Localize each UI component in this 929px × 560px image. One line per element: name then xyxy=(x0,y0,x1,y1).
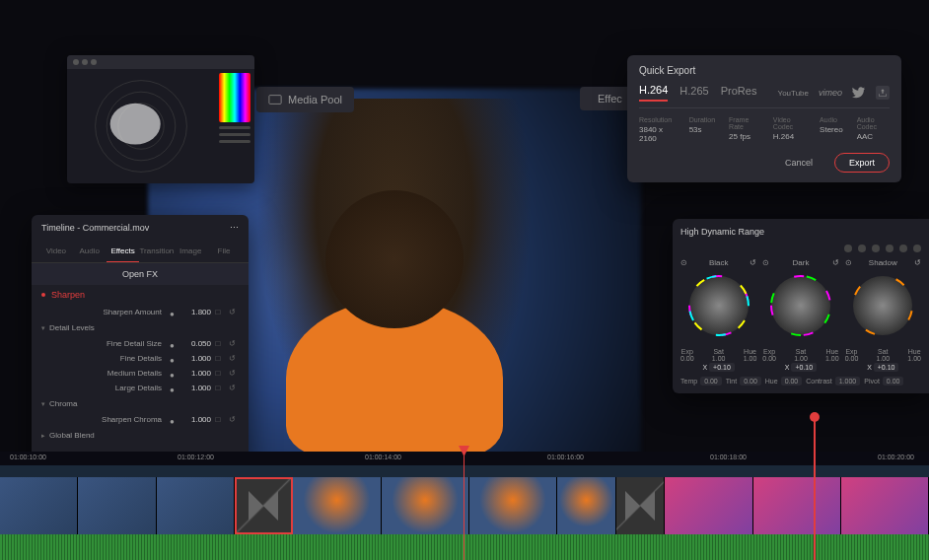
clip[interactable] xyxy=(469,477,557,534)
fx-tab-image[interactable]: Image xyxy=(174,241,207,262)
export-tab-h264[interactable]: H.264 xyxy=(639,84,668,102)
timeline-track-marker[interactable] xyxy=(0,465,929,477)
param-medium-details[interactable]: Medium Details●1.000□↺ xyxy=(32,366,249,381)
color-picker[interactable] xyxy=(215,69,254,183)
export-tab-prores[interactable]: ProRes xyxy=(721,85,757,101)
export-tab-h265[interactable]: H.265 xyxy=(679,85,708,101)
group-global-blend[interactable]: ▸Global Blend xyxy=(32,427,249,444)
param-sharpen-chroma[interactable]: Sharpen Chroma●1.000□↺ xyxy=(32,412,249,427)
effects-button[interactable]: Effec xyxy=(580,87,634,110)
fx-tab-video[interactable]: Video xyxy=(39,241,73,262)
effects-panel: Timeline - Commercial.mov⋯ Video Audio E… xyxy=(32,215,249,467)
hdr-hue[interactable]: Hue0.00 xyxy=(765,377,802,385)
export-acodec: Audio CodecAAC xyxy=(857,116,890,143)
group-chroma[interactable]: ▾Chroma xyxy=(32,395,249,412)
export-audio: AudioStereo xyxy=(820,116,843,143)
svg-rect-0 xyxy=(269,96,281,105)
group-detail-levels[interactable]: ▾Detail Levels xyxy=(32,319,249,336)
fx-tab-effects[interactable]: Effects xyxy=(107,241,140,262)
param-fine-detail-size[interactable]: Fine Detail Size●0.050□↺ xyxy=(32,336,249,351)
timeline-name: Timeline - Commercial.mov xyxy=(41,223,149,233)
export-duration: Duration53s xyxy=(689,116,715,143)
hdr-panel: High Dynamic Range ⊙Black↺ Exp0.00Sat1.0… xyxy=(673,219,929,393)
transition-icon xyxy=(249,491,278,521)
media-pool-label: Media Pool xyxy=(288,94,342,105)
timeline-tick: 01:00:14:00 xyxy=(365,454,401,460)
export-youtube[interactable]: YouTube xyxy=(778,89,809,98)
param-sharpen-amount[interactable]: Sharpen Amount●1.800□↺ xyxy=(32,305,249,319)
clip[interactable] xyxy=(157,477,235,534)
viewer-portrait xyxy=(256,99,533,463)
timeline-tick: 01:00:12:00 xyxy=(178,454,214,460)
hdr-contrast[interactable]: Contrast1.000 xyxy=(806,377,860,385)
hdr-temp[interactable]: Temp0.00 xyxy=(680,377,722,385)
timeline-tick: 01:00:18:00 xyxy=(710,454,747,460)
clip[interactable] xyxy=(665,477,752,534)
param-large-details[interactable]: Large Details●1.000□↺ xyxy=(32,381,249,395)
export-vimeo[interactable]: vimeo xyxy=(819,88,842,98)
clip-transition[interactable] xyxy=(616,477,666,534)
cancel-button[interactable]: Cancel xyxy=(771,153,826,173)
param-fine-details[interactable]: Fine Details●1.000□↺ xyxy=(32,351,249,366)
hdr-wheel-black[interactable]: ⊙Black↺ Exp0.00Sat1.00Hue1.00 X +0.10 xyxy=(680,258,756,371)
vectorscope-panel xyxy=(67,55,254,183)
timeline-tick: 01:00:10:00 xyxy=(10,454,46,460)
timeline-audio-track[interactable] xyxy=(0,534,929,560)
hdr-title: High Dynamic Range xyxy=(680,227,921,237)
openfx-header: Open FX xyxy=(32,263,249,285)
hdr-tint[interactable]: Tint0.00 xyxy=(726,377,761,385)
clip[interactable] xyxy=(0,477,78,534)
clip[interactable] xyxy=(78,477,156,534)
export-resolution: Resolution3840 x 2160 xyxy=(639,116,676,143)
quick-export-panel: Quick Export H.264 H.265 ProRes YouTube … xyxy=(627,55,901,182)
fx-tab-transition[interactable]: Transition xyxy=(139,241,174,262)
panel-menu-icon[interactable]: ⋯ xyxy=(230,223,239,233)
hdr-zone-dots[interactable] xyxy=(680,245,921,252)
export-vcodec: Video CodecH.264 xyxy=(773,116,806,143)
clip[interactable] xyxy=(293,477,381,534)
timeline-video-track[interactable] xyxy=(0,477,929,534)
clip[interactable] xyxy=(841,477,929,534)
fx-tab-audio[interactable]: Audio xyxy=(73,241,107,262)
svg-point-4 xyxy=(110,104,161,145)
hdr-wheel-dark[interactable]: ⊙Dark↺ Exp0.00Sat1.00Hue1.00 X +0.10 xyxy=(762,258,838,371)
timeline-tick: 01:00:16:00 xyxy=(547,454,584,460)
export-button[interactable]: Export xyxy=(834,153,890,173)
export-framerate: Frame Rate25 fps xyxy=(729,116,759,143)
timeline[interactable]: 01:00:10:00 01:00:12:00 01:00:14:00 01:0… xyxy=(0,452,929,560)
timeline-tick: 01:00:20:00 xyxy=(878,454,914,460)
media-pool-button[interactable]: Media Pool xyxy=(256,87,354,112)
media-pool-icon xyxy=(268,93,282,106)
twitter-icon[interactable] xyxy=(852,86,866,100)
svg-point-9 xyxy=(771,276,830,335)
clip[interactable] xyxy=(753,477,841,534)
effects-label: Effec xyxy=(598,93,622,105)
vectorscope-wheel[interactable] xyxy=(67,69,215,183)
hdr-pivot[interactable]: Pivot0.00 xyxy=(864,377,903,385)
marker[interactable] xyxy=(814,420,816,560)
hdr-wheel-shadow[interactable]: ⊙Shadow↺ Exp0.00Sat1.00Hue1.00 X +0.10 xyxy=(845,258,921,371)
clip[interactable] xyxy=(557,477,616,534)
clip[interactable] xyxy=(382,477,469,534)
quick-export-title: Quick Export xyxy=(639,65,890,76)
fx-tab-file[interactable]: File xyxy=(207,241,241,262)
transition-icon xyxy=(625,491,655,521)
fx-sharpen[interactable]: Sharpen xyxy=(32,285,249,305)
share-icon[interactable] xyxy=(876,86,890,100)
clip-transition[interactable] xyxy=(235,477,294,534)
playhead[interactable] xyxy=(464,452,464,560)
vectorscope-header[interactable] xyxy=(67,55,254,69)
